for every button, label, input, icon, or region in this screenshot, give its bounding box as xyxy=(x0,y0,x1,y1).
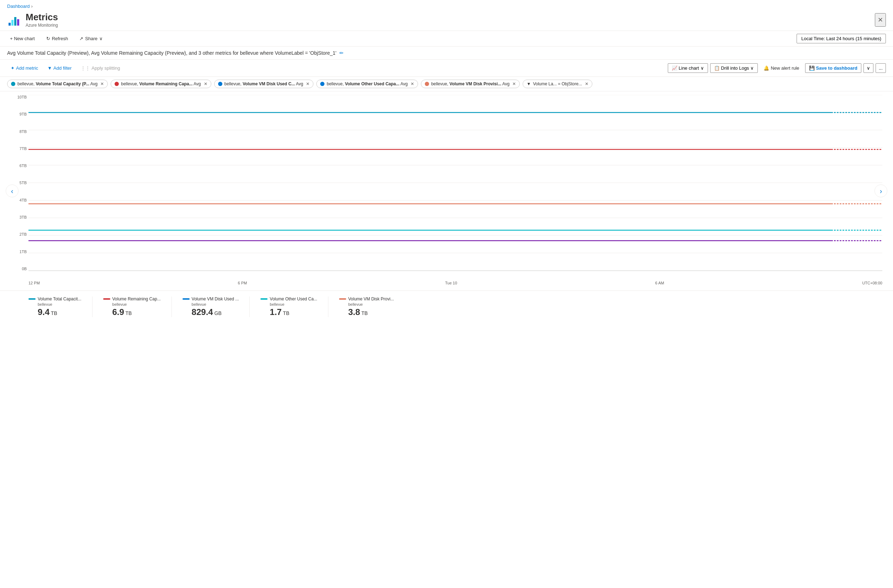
legend-divider-2 xyxy=(171,297,172,317)
header-title-group: Metrics Azure Monitoring xyxy=(26,12,58,28)
legend-divider-1 xyxy=(92,297,93,317)
y-label-3tb: 3TB xyxy=(7,215,27,219)
tag-label-5: bellevue, Volume VM Disk Provisi... Avg xyxy=(431,81,510,86)
tag-remove-4[interactable]: ✕ xyxy=(410,81,414,86)
chevron-down-button[interactable]: ∨ xyxy=(863,63,873,73)
x-label-12pm: 12 PM xyxy=(29,281,40,285)
svg-rect-3 xyxy=(14,17,17,26)
breadcrumb: Dashboard › xyxy=(0,0,893,10)
tag-dot-2 xyxy=(114,82,119,86)
tag-remove-5[interactable]: ✕ xyxy=(512,81,516,86)
page-title: Metrics xyxy=(26,12,58,23)
metrics-toolbar-left: ✦ Add metric ▼ Add filter ⋮⋮ Apply split… xyxy=(7,64,124,72)
y-label-2tb: 2TB xyxy=(7,232,27,236)
metric-tag-3[interactable]: bellevue, Volume VM Disk Used C... Avg ✕ xyxy=(214,80,314,88)
page-header: Metrics Azure Monitoring ✕ xyxy=(0,10,893,31)
svg-rect-2 xyxy=(11,20,14,26)
new-alert-rule-button[interactable]: 🔔 New alert rule xyxy=(760,64,803,72)
save-to-dashboard-button[interactable]: 💾 Save to dashboard xyxy=(805,63,861,73)
legend-color-1 xyxy=(29,298,36,300)
tag-label-4: bellevue, Volume Other Used Capa... Avg xyxy=(326,81,408,86)
legend-color-4 xyxy=(260,298,268,300)
y-label-10tb: 10TB xyxy=(7,95,27,99)
metric-tag-5[interactable]: bellevue, Volume VM Disk Provisi... Avg … xyxy=(421,80,520,88)
tag-label-2: bellevue, Volume Remaining Capa... Avg xyxy=(121,81,201,86)
save-icon: 💾 xyxy=(809,65,815,71)
metrics-icon xyxy=(7,13,21,27)
legend-sub-5: bellevue xyxy=(339,302,394,306)
chart-title: Avg Volume Total Capacity (Preview), Avg… xyxy=(7,50,337,56)
chart-nav-right[interactable]: › xyxy=(875,184,887,197)
legend-value-1: 9.4 TB xyxy=(29,307,81,317)
toolbar-right: Local Time: Last 24 hours (15 minutes) xyxy=(797,34,886,44)
tag-dot-1 xyxy=(11,82,15,86)
legend-value-2: 6.9 TB xyxy=(103,307,161,317)
new-chart-button[interactable]: + New chart xyxy=(7,34,38,43)
apply-splitting-button[interactable]: ⋮⋮ Apply splitting xyxy=(77,64,123,72)
metric-tag-1[interactable]: bellevue, Volume Total Capacity (P... Av… xyxy=(7,80,108,88)
legend-sub-4: bellevue xyxy=(260,302,317,306)
y-label-9tb: 9TB xyxy=(7,112,27,116)
svg-rect-1 xyxy=(9,23,11,26)
chart-plot-area xyxy=(29,95,882,271)
refresh-icon: ↻ xyxy=(46,36,50,41)
x-label-6pm: 6 PM xyxy=(238,281,247,285)
share-button[interactable]: ↗ Share ∨ xyxy=(77,34,106,43)
metrics-toolbar: ✦ Add metric ▼ Add filter ⋮⋮ Apply split… xyxy=(0,60,893,77)
filter-remove[interactable]: ✕ xyxy=(585,81,588,86)
chart-nav-left[interactable]: ‹ xyxy=(6,184,18,197)
legend-color-5 xyxy=(339,298,346,300)
legend-name-4: Volume Other Used Ca... xyxy=(270,297,317,302)
metric-tag-2[interactable]: bellevue, Volume Remaining Capa... Avg ✕ xyxy=(111,80,211,88)
drill-logs-chevron: ∨ xyxy=(750,65,754,71)
legend-value-3: 829.4 GB xyxy=(182,307,239,317)
line-chart-icon: 📈 xyxy=(672,65,677,71)
y-axis: 10TB 9TB 8TB 7TB 6TB 5TB 4TB 3TB 2TB 1TB… xyxy=(7,95,27,271)
legend-item-2: Volume Remaining Cap... bellevue 6.9 TB xyxy=(103,297,171,317)
add-filter-button[interactable]: ▼ Add filter xyxy=(44,64,75,72)
legend-divider-3 xyxy=(250,297,250,317)
filter-tag[interactable]: ▼ Volume La... = ObjStore... ✕ xyxy=(523,80,592,88)
legend-header-2: Volume Remaining Cap... xyxy=(103,297,161,302)
refresh-button[interactable]: ↻ Refresh xyxy=(44,34,71,43)
tag-dot-5 xyxy=(425,82,429,86)
legend-item-3: Volume VM Disk Used ... bellevue 829.4 G… xyxy=(182,297,250,317)
add-metric-button[interactable]: ✦ Add metric xyxy=(7,64,42,72)
y-label-8tb: 8TB xyxy=(7,129,27,134)
y-label-1tb: 1TB xyxy=(7,249,27,254)
y-label-4tb: 4TB xyxy=(7,198,27,202)
line-chart-chevron: ∨ xyxy=(701,65,704,71)
page-subtitle: Azure Monitoring xyxy=(26,23,58,28)
legend-name-5: Volume VM Disk Provi... xyxy=(348,297,394,302)
legend-header-5: Volume VM Disk Provi... xyxy=(339,297,394,302)
legend-item-1: Volume Total Capacit... bellevue 9.4 TB xyxy=(29,297,92,317)
share-icon: ↗ xyxy=(79,36,83,41)
close-button[interactable]: ✕ xyxy=(875,13,886,27)
breadcrumb-dashboard[interactable]: Dashboard xyxy=(7,3,30,9)
tag-label-1: bellevue, Volume Total Capacity (P... Av… xyxy=(17,81,98,86)
tag-remove-3[interactable]: ✕ xyxy=(306,81,310,86)
legend-header-1: Volume Total Capacit... xyxy=(29,297,81,302)
legend-name-2: Volume Remaining Cap... xyxy=(113,297,161,302)
drill-into-logs-button[interactable]: 📋 Drill into Logs ∨ xyxy=(710,63,758,73)
line-chart-button[interactable]: 📈 Line chart ∨ xyxy=(668,63,708,73)
edit-icon[interactable]: ✏ xyxy=(340,50,344,56)
tag-remove-2[interactable]: ✕ xyxy=(204,81,207,86)
legend-header-3: Volume VM Disk Used ... xyxy=(182,297,239,302)
legend-sub-1: bellevue xyxy=(29,302,81,306)
more-options-button[interactable]: ... xyxy=(876,63,886,73)
alert-icon: 🔔 xyxy=(764,65,769,71)
metrics-toolbar-right: 📈 Line chart ∨ 📋 Drill into Logs ∨ 🔔 New… xyxy=(668,63,886,73)
legend-name-1: Volume Total Capacit... xyxy=(38,297,81,302)
tag-dot-4 xyxy=(320,82,325,86)
chart-svg xyxy=(29,95,882,270)
filter-icon: ▼ xyxy=(526,81,531,86)
filter-label: Volume La... = ObjStore... xyxy=(533,81,582,86)
tags-bar: bellevue, Volume Total Capacity (P... Av… xyxy=(0,77,893,92)
tag-remove-1[interactable]: ✕ xyxy=(100,81,104,86)
x-label-6am: 6 AM xyxy=(655,281,664,285)
metric-tag-4[interactable]: bellevue, Volume Other Used Capa... Avg … xyxy=(316,80,418,88)
y-label-7tb: 7TB xyxy=(7,147,27,151)
time-range-button[interactable]: Local Time: Last 24 hours (15 minutes) xyxy=(797,34,886,44)
legend-header-4: Volume Other Used Ca... xyxy=(260,297,317,302)
